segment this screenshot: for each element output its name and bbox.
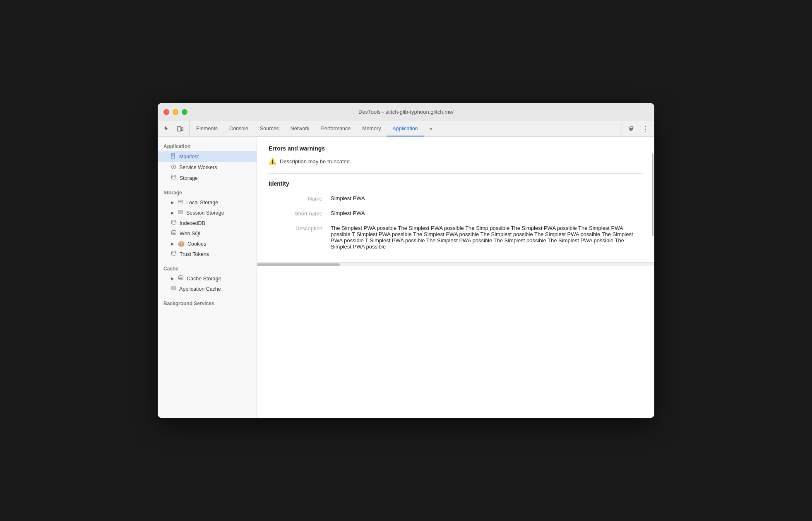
toolbar-right-icons: ⋮ — [622, 121, 652, 136]
sidebar-section-cache: Cache — [158, 259, 257, 273]
description-label: Description — [269, 225, 331, 232]
sidebar-item-storage-app-label: Storage — [180, 175, 198, 181]
tab-elements[interactable]: Elements — [190, 121, 223, 136]
trust-tokens-icon — [171, 251, 177, 257]
session-storage-arrow: ▶ — [171, 210, 174, 215]
identity-section: Identity Name Simplest PWA Short name Si… — [269, 180, 643, 254]
device-toolbar-icon[interactable] — [173, 122, 187, 136]
svg-point-14 — [172, 231, 176, 232]
sidebar-item-service-workers[interactable]: Service Workers — [158, 162, 257, 173]
svg-rect-1 — [181, 128, 183, 131]
short-name-label: Short name — [269, 210, 331, 217]
svg-point-13 — [172, 220, 176, 222]
cache-storage-icon — [178, 275, 184, 282]
svg-rect-9 — [178, 200, 183, 201]
manifest-icon — [171, 153, 176, 160]
sidebar-section-application: Application — [158, 137, 257, 151]
svg-point-16 — [179, 276, 183, 277]
hscroll-thumb — [257, 263, 340, 266]
local-storage-arrow: ▶ — [171, 200, 174, 205]
sidebar-item-application-cache[interactable]: Application Cache — [158, 284, 257, 294]
window-title: DevTools - stitch-glib-typhoon.glitch.me… — [358, 109, 454, 115]
settings-button[interactable] — [625, 122, 638, 136]
storage-app-icon — [171, 175, 177, 181]
tab-sources[interactable]: Sources — [254, 121, 285, 136]
sidebar-item-session-storage-label: Session Storage — [186, 210, 224, 216]
scrollbar-thumb — [652, 153, 653, 236]
minimize-button[interactable] — [173, 109, 178, 115]
content-inner: Errors and warnings ⚠️ Description may b… — [257, 137, 654, 262]
horizontal-scrollbar[interactable] — [257, 262, 654, 266]
cookies-icon: 🍪 — [178, 241, 185, 247]
divider-1 — [269, 173, 643, 174]
sidebar-item-web-sql[interactable]: Web SQL — [158, 228, 257, 239]
tab-bar: Elements Console Sources Network Perform… — [190, 121, 622, 136]
errors-section: Errors and warnings ⚠️ Description may b… — [269, 145, 643, 167]
sidebar-item-local-storage[interactable]: ▶ Local Storage — [158, 197, 257, 208]
application-cache-icon — [171, 286, 176, 292]
more-options-button[interactable]: ⋮ — [639, 122, 652, 136]
vertical-scrollbar[interactable] — [651, 137, 654, 418]
svg-point-7 — [173, 166, 175, 168]
name-value: Simplest PWA — [331, 195, 643, 201]
sidebar-section-background-services: Background Services — [158, 294, 257, 308]
service-workers-icon — [171, 164, 176, 171]
maximize-button[interactable] — [182, 109, 187, 115]
short-name-row: Short name Simplest PWA — [269, 206, 643, 221]
inspector-icon[interactable] — [160, 122, 173, 136]
identity-section-title: Identity — [269, 180, 643, 187]
description-row: Description The Simplest PWA possible Th… — [269, 221, 643, 254]
tab-overflow[interactable]: » — [424, 121, 438, 136]
local-storage-icon — [178, 199, 183, 206]
titlebar: DevTools - stitch-glib-typhoon.glitch.me… — [158, 103, 654, 121]
tab-memory[interactable]: Memory — [356, 121, 387, 136]
tab-application[interactable]: Application — [387, 121, 423, 136]
toolbar: Elements Console Sources Network Perform… — [158, 121, 654, 137]
sidebar-item-cache-storage[interactable]: ▶ Cache Storage — [158, 273, 257, 284]
name-row: Name Simplest PWA — [269, 191, 643, 206]
svg-rect-17 — [171, 287, 176, 288]
toolbar-left-icons — [160, 121, 190, 136]
sidebar-item-trust-tokens[interactable]: Trust Tokens — [158, 249, 257, 259]
warning-row: ⚠️ Description may be truncated. — [269, 156, 643, 167]
tab-performance[interactable]: Performance — [315, 121, 357, 136]
traffic-lights — [163, 109, 187, 115]
sidebar-item-service-workers-label: Service Workers — [179, 165, 217, 170]
svg-rect-18 — [171, 288, 176, 289]
description-value: The Simplest PWA possible The Simplest P… — [331, 225, 643, 250]
more-icon: ⋮ — [641, 125, 649, 133]
cache-storage-arrow: ▶ — [171, 276, 174, 281]
indexeddb-icon — [171, 220, 177, 226]
tab-console[interactable]: Console — [223, 121, 254, 136]
sidebar-item-local-storage-label: Local Storage — [186, 200, 218, 206]
sidebar: Application Manifest — [158, 137, 257, 418]
svg-rect-10 — [178, 202, 183, 203]
warning-icon: ⚠️ — [269, 158, 276, 165]
sidebar-item-manifest[interactable]: Manifest — [158, 151, 257, 162]
sidebar-item-cookies[interactable]: ▶ 🍪 Cookies — [158, 239, 257, 249]
sidebar-item-application-cache-label: Application Cache — [179, 286, 221, 292]
cookies-arrow: ▶ — [171, 241, 174, 246]
devtools-window: DevTools - stitch-glib-typhoon.glitch.me… — [158, 103, 654, 418]
content-panel: Errors and warnings ⚠️ Description may b… — [257, 137, 654, 418]
sidebar-item-manifest-label: Manifest — [179, 154, 199, 160]
errors-section-title: Errors and warnings — [269, 145, 643, 152]
svg-rect-11 — [178, 210, 183, 212]
warning-text: Description may be truncated. — [280, 158, 351, 165]
sidebar-section-storage: Storage — [158, 183, 257, 197]
main-layout: Application Manifest — [158, 137, 654, 418]
name-label: Name — [269, 195, 331, 202]
tab-network[interactable]: Network — [285, 121, 315, 136]
session-storage-icon — [178, 210, 183, 216]
short-name-value: Simplest PWA — [331, 210, 643, 216]
sidebar-item-web-sql-label: Web SQL — [180, 231, 202, 237]
sidebar-item-session-storage[interactable]: ▶ Session Storage — [158, 208, 257, 218]
sidebar-item-indexeddb[interactable]: IndexedDB — [158, 218, 257, 228]
sidebar-item-cookies-label: Cookies — [187, 241, 206, 247]
web-sql-icon — [171, 230, 177, 237]
close-button[interactable] — [163, 109, 169, 115]
svg-rect-12 — [178, 212, 183, 213]
sidebar-item-cache-storage-label: Cache Storage — [187, 276, 221, 282]
sidebar-item-storage-app[interactable]: Storage — [158, 173, 257, 183]
svg-rect-0 — [178, 127, 181, 131]
